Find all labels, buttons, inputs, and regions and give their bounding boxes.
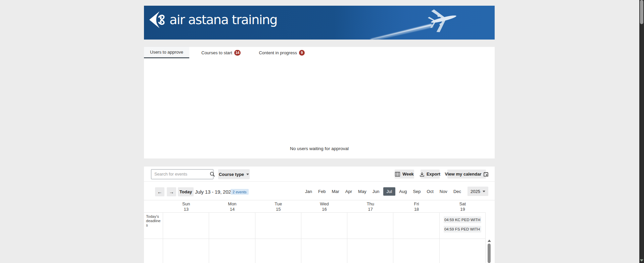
calendar-nav-row: ← → Today July 13 - 19, 2025 2 events Ja… <box>144 182 495 200</box>
day-name: Fri <box>393 201 439 207</box>
day-cell-mon[interactable] <box>209 239 255 263</box>
count-badge: 14 <box>234 50 241 56</box>
arrow-right-icon: → <box>169 189 174 195</box>
day-cell-tue[interactable] <box>255 239 301 263</box>
day-cell-wed[interactable] <box>301 239 347 263</box>
day-number: 17 <box>347 207 393 212</box>
calendar-toolbar: Course type Week Export <box>144 167 495 182</box>
main-content: air astana training Users to approve Cou… <box>144 0 495 263</box>
week-view-button[interactable]: Week <box>395 170 414 179</box>
day-number: 13 <box>163 207 209 212</box>
tab-label: Content in progress <box>259 50 297 55</box>
month-mar[interactable]: Mar <box>329 187 341 196</box>
tab-bar: Users to approve Courses to start 14 Con… <box>144 47 495 58</box>
day-header-mon: Mon 14 <box>209 200 255 212</box>
day-cell-fri[interactable] <box>393 239 439 263</box>
month-apr[interactable]: Apr <box>343 187 354 196</box>
app-logo: air astana training <box>149 10 277 29</box>
previous-week-button[interactable]: ← <box>155 187 164 196</box>
deadlines-row: Today's deadlines 04:59 KC PED WITH ... … <box>144 213 486 239</box>
calendar-scrollbar[interactable] <box>487 239 491 263</box>
header-banner: air astana training <box>144 6 495 40</box>
export-label: Export <box>427 172 440 177</box>
day-name: Tue <box>255 201 301 207</box>
course-type-label: Course type <box>219 172 244 177</box>
event-chip[interactable]: 04:59 KC PED WITH ... <box>444 216 481 223</box>
day-cell-tue[interactable] <box>255 213 301 239</box>
day-name: Wed <box>301 201 347 207</box>
chevron-down-icon <box>246 174 249 175</box>
search-input[interactable] <box>151 172 210 177</box>
logo-text: air astana training <box>169 12 277 27</box>
week-label: Week <box>402 172 414 177</box>
view-calendar-label: View my calendar <box>445 172 482 177</box>
tab-users-to-approve[interactable]: Users to approve <box>144 47 189 58</box>
day-number: 15 <box>255 207 301 212</box>
today-button[interactable]: Today <box>178 187 194 196</box>
month-jul-selected[interactable]: Jul <box>383 187 396 196</box>
year-label: 2025 <box>470 189 480 194</box>
view-my-calendar-button[interactable]: View my calendar <box>447 170 486 179</box>
next-week-button[interactable]: → <box>167 187 176 196</box>
day-cell-mon[interactable] <box>209 213 255 239</box>
year-dropdown[interactable]: 2025 <box>467 187 488 196</box>
download-icon <box>420 172 424 177</box>
next-row <box>144 239 486 263</box>
course-type-dropdown[interactable]: Course type <box>218 169 250 179</box>
day-number: 19 <box>440 207 486 212</box>
month-jun[interactable]: Jun <box>370 187 382 196</box>
today-label: Today <box>180 189 192 194</box>
day-cell-wed[interactable] <box>301 213 347 239</box>
day-header-wed: Wed 16 <box>301 200 347 212</box>
day-cell-sat[interactable]: 04:59 KC PED WITH ... 04:59 FS PED WITH … <box>440 213 486 239</box>
month-sep[interactable]: Sep <box>410 187 423 196</box>
week-view-icon <box>395 172 400 177</box>
scroll-up-arrow-icon[interactable] <box>488 240 491 242</box>
day-header-sun: Sun 13 <box>163 200 209 212</box>
search-box <box>151 169 213 179</box>
tab-label: Users to approve <box>150 50 183 55</box>
day-name: Sun <box>163 201 209 207</box>
calendar-panel: Course type Week Export <box>144 167 495 263</box>
day-header-sat: Sat 19 <box>440 200 486 212</box>
month-nov[interactable]: Nov <box>437 187 450 196</box>
chevron-down-icon <box>483 191 485 192</box>
row-label-empty <box>144 239 163 263</box>
row-label: Today's deadlines <box>144 213 163 239</box>
tab-courses-to-start[interactable]: Courses to start 14 <box>195 47 247 58</box>
calendar-scrollbar-thumb[interactable] <box>488 244 491 263</box>
month-aug[interactable]: Aug <box>397 187 409 196</box>
browser-scrollbar[interactable] <box>639 0 644 263</box>
tab-content-in-progress[interactable]: Content in progress 9 <box>253 47 310 58</box>
month-may[interactable]: May <box>356 187 369 196</box>
day-cell-sat[interactable] <box>440 239 486 263</box>
day-header-row: Sun 13 Mon 14 Tue 15 Wed 16 Thu 17 <box>144 200 486 213</box>
day-name: Thu <box>347 201 393 207</box>
month-oct[interactable]: Oct <box>425 187 436 196</box>
day-cell-sun[interactable] <box>163 239 209 263</box>
day-number: 18 <box>393 207 439 212</box>
day-header-tue: Tue 15 <box>255 200 301 212</box>
corner-cell <box>144 200 163 212</box>
scroll-down-arrow-icon[interactable] <box>640 259 643 262</box>
day-cell-thu[interactable] <box>347 239 393 263</box>
approvals-panel: Users to approve Courses to start 14 Con… <box>144 47 495 158</box>
air-astana-bird-icon <box>149 10 167 29</box>
month-dec[interactable]: Dec <box>451 187 463 196</box>
arrow-left-icon: ← <box>157 189 162 195</box>
browser-scrollbar-thumb[interactable] <box>640 0 643 24</box>
day-cell-fri[interactable] <box>393 213 439 239</box>
date-range-title: July 13 - 19, 2025 <box>195 187 234 196</box>
day-cell-sun[interactable] <box>163 213 209 239</box>
airplane-contrail-image <box>360 6 495 40</box>
month-jan[interactable]: Jan <box>303 187 314 196</box>
day-cell-thu[interactable] <box>347 213 393 239</box>
day-name: Mon <box>209 201 255 207</box>
day-number: 16 <box>301 207 347 212</box>
week-grid: Sun 13 Mon 14 Tue 15 Wed 16 Thu 17 <box>144 200 495 263</box>
month-feb[interactable]: Feb <box>316 187 328 196</box>
export-button[interactable]: Export <box>420 170 440 179</box>
search-icon[interactable] <box>210 172 215 177</box>
event-chip[interactable]: 04:59 FS PED WITH ... <box>444 226 481 233</box>
empty-state-message: No users waiting for approval <box>144 146 495 151</box>
